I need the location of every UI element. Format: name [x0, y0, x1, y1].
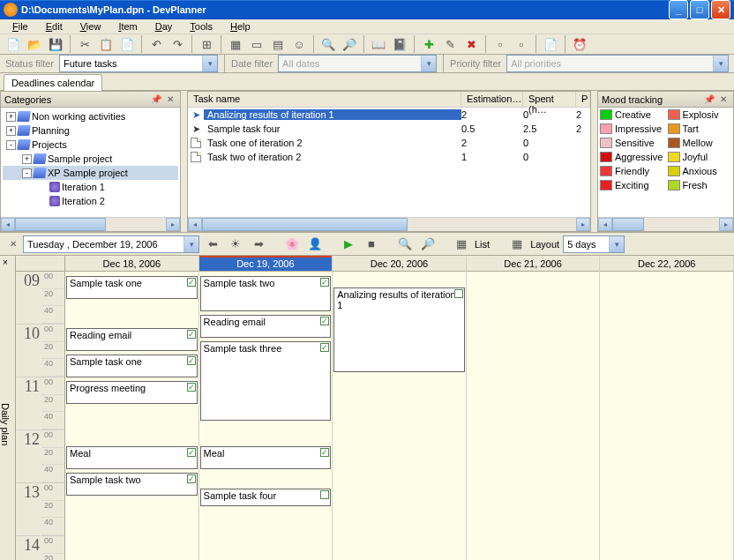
play-icon[interactable]: ▶ [339, 235, 358, 254]
tree-item[interactable]: Iteration 1 [3, 180, 178, 194]
col-spent[interactable]: Spent (h… [523, 92, 576, 107]
calendar-event[interactable]: Reading email✓ [200, 315, 332, 338]
copy-icon[interactable]: 📋 [96, 34, 116, 54]
maximize-button[interactable]: □ [690, 0, 709, 19]
col-estimation[interactable]: Estimation… [461, 92, 523, 107]
calendar-event[interactable]: Reading email✓ [66, 328, 198, 351]
book-icon[interactable]: 📖 [369, 34, 388, 54]
event-checkbox[interactable] [454, 289, 463, 298]
calendar-event[interactable]: Meal✓ [200, 446, 332, 469]
mood-item[interactable]: Aggressive [598, 150, 666, 164]
layout-combo[interactable]: 5 days▾ [563, 235, 625, 253]
event-checkbox[interactable]: ✓ [320, 448, 329, 457]
splitter[interactable] [181, 91, 184, 232]
status-filter-combo[interactable]: Future tasks▾ [59, 55, 218, 72]
pin-icon[interactable]: 📌 [150, 93, 162, 106]
col-taskname[interactable]: Task name [188, 92, 461, 107]
tab-deadlines[interactable]: Deadlines calendar [4, 74, 102, 91]
report-icon[interactable]: 📄 [541, 34, 560, 54]
scrollbar[interactable]: ◂▸ [598, 217, 733, 231]
calendar-event[interactable]: Sample task two✓ [66, 473, 198, 496]
layout-label[interactable]: Layout [530, 239, 559, 250]
new-icon[interactable]: 📄 [4, 34, 23, 54]
day-column[interactable]: Dec 22, 2006 [600, 256, 734, 560]
day-column[interactable]: Dec 18, 2006Sample task one✓Reading emai… [65, 256, 199, 560]
sun-icon[interactable]: ☀ [226, 235, 245, 254]
scrollbar[interactable]: ◂▸ [1, 217, 180, 231]
calendar-event[interactable]: Analizing results of iteration 1 [333, 287, 465, 372]
delete-icon[interactable]: ✖ [461, 34, 481, 54]
day-body[interactable]: Analizing results of iteration 1 [333, 272, 466, 560]
tree-item[interactable]: Iteration 2 [3, 194, 178, 208]
save-icon[interactable]: 💾 [46, 34, 65, 54]
prev-icon[interactable]: ⬅ [203, 235, 222, 254]
date-filter-combo[interactable]: All dates▾ [278, 55, 437, 72]
expander-icon[interactable]: - [22, 168, 32, 178]
expander-icon[interactable]: + [22, 154, 32, 164]
day-body[interactable]: Sample task two✓Reading email✓Sample tas… [199, 272, 333, 560]
task2-icon[interactable]: ▫ [512, 34, 531, 54]
clock-icon[interactable]: ⏰ [570, 34, 589, 54]
menu-item[interactable]: Item [111, 19, 144, 34]
event-checkbox[interactable]: ✓ [187, 474, 196, 483]
day-column[interactable]: Dec 20, 2006Analizing results of iterati… [333, 256, 467, 560]
event-checkbox[interactable]: ✓ [187, 330, 196, 339]
priority-filter-combo[interactable]: All priorities▾ [506, 55, 729, 72]
pin-icon[interactable]: 📌 [703, 93, 715, 106]
person-icon[interactable]: 👤 [305, 235, 325, 254]
day-header[interactable]: Dec 20, 2006 [333, 256, 466, 272]
expander-icon[interactable]: - [6, 140, 16, 150]
event-checkbox[interactable]: ✓ [320, 343, 329, 352]
calendar-event[interactable]: Sample task one✓ [66, 355, 198, 377]
day-header[interactable]: Dec 21, 2006 [467, 256, 600, 272]
mood-item[interactable]: Sensitive [598, 136, 666, 150]
task-row[interactable]: Task two of iteration 210 [188, 150, 590, 164]
tree-item[interactable]: +Non working activities [3, 109, 178, 123]
mood-item[interactable]: Explosiv [666, 108, 734, 122]
day-header[interactable]: Dec 22, 2006 [600, 256, 733, 272]
menu-day[interactable]: Day [148, 19, 180, 34]
calendar-event[interactable]: Sample task three✓ [200, 341, 332, 421]
zoom-out-icon[interactable]: 🔎 [418, 235, 438, 254]
day-body[interactable]: Sample task one✓Reading email✓Sample tas… [65, 272, 198, 560]
menu-help[interactable]: Help [223, 19, 258, 34]
undo-icon[interactable]: ↶ [146, 34, 166, 54]
mood-item[interactable]: Fresh [666, 178, 734, 192]
expander-icon[interactable]: + [6, 112, 16, 122]
day-column[interactable]: Dec 19, 2006Sample task two✓Reading emai… [199, 256, 333, 560]
task-row[interactable]: ➤Analizing results of iteration 1202 [188, 108, 590, 122]
mood-item[interactable]: Impressive [598, 122, 666, 136]
chevron-down-icon[interactable]: ▾ [421, 56, 436, 71]
open-icon[interactable]: 📂 [25, 34, 44, 54]
day-body[interactable] [467, 272, 600, 560]
redo-icon[interactable]: ↷ [168, 34, 187, 54]
menu-view[interactable]: View [73, 19, 109, 34]
mood-item[interactable]: Joyful [666, 150, 734, 164]
task-list[interactable]: ➤Analizing results of iteration 1202➤Sam… [188, 108, 590, 217]
event-checkbox[interactable]: ✓ [187, 278, 196, 287]
tree-item[interactable]: -XP Sample project [3, 166, 178, 180]
expander-icon[interactable]: + [6, 126, 16, 136]
menu-edit[interactable]: Edit [39, 19, 70, 34]
minimize-button[interactable]: _ [669, 0, 688, 19]
calendar-event[interactable]: Sample task one✓ [66, 276, 198, 299]
zoom-in-icon[interactable]: 🔍 [318, 34, 338, 54]
task-row[interactable]: ➤Sample task four0.52.52 [188, 122, 590, 136]
mood-item[interactable]: Tart [666, 122, 734, 136]
categories-tree[interactable]: +Non working activities+Planning-Project… [1, 108, 180, 217]
close-button[interactable]: ✕ [711, 0, 730, 19]
chevron-down-icon[interactable]: ▾ [184, 236, 198, 252]
smiley-icon[interactable]: ☺ [289, 34, 309, 54]
flower-icon[interactable]: 🌸 [282, 235, 302, 254]
tree-icon[interactable]: ⊞ [197, 34, 216, 54]
list-icon[interactable]: ▦ [452, 235, 471, 254]
stop-icon[interactable]: ■ [362, 235, 381, 254]
menu-file[interactable]: File [5, 19, 35, 34]
chevron-down-icon[interactable]: ▾ [609, 236, 624, 252]
event-checkbox[interactable]: ✓ [187, 356, 196, 365]
day-header[interactable]: Dec 19, 2006 [199, 256, 333, 272]
daily-plan-tab[interactable]: Daily plan [0, 256, 16, 560]
task1-icon[interactable]: ▫ [491, 34, 510, 54]
tree-item[interactable]: +Sample project [3, 152, 178, 166]
menu-tools[interactable]: Tools [183, 19, 220, 34]
